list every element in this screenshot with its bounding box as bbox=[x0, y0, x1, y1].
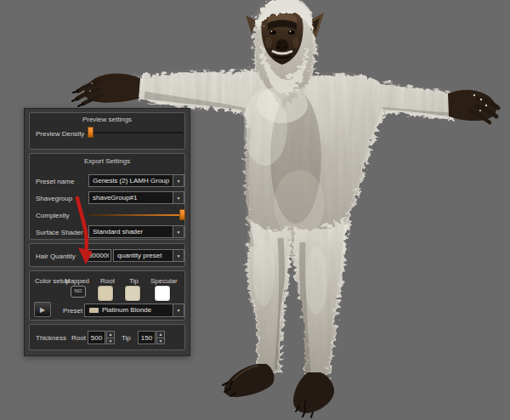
color-setup-group: Color setup Mapped NO Root Tip Specular … bbox=[29, 270, 185, 321]
hair-quantity-input[interactable] bbox=[86, 249, 111, 262]
shavegroup-dropdown[interactable]: shaveGroup#1 ▼ bbox=[88, 191, 184, 204]
spinner-down-icon[interactable]: ▼ bbox=[106, 338, 115, 345]
load-preset-button[interactable]: ▶ bbox=[34, 302, 51, 317]
preview-density-slider[interactable] bbox=[86, 126, 183, 139]
tip-color-swatch[interactable] bbox=[124, 285, 141, 302]
slider-handle[interactable] bbox=[88, 127, 94, 138]
complexity-slider[interactable] bbox=[88, 208, 184, 221]
group-title: Preview settings bbox=[30, 116, 184, 123]
thickness-tip-spinner[interactable]: ▲ ▼ bbox=[138, 331, 165, 344]
hand-right bbox=[448, 90, 498, 122]
specular-color-swatch[interactable] bbox=[154, 285, 171, 302]
complexity-label: Complexity bbox=[36, 212, 70, 219]
slider-track[interactable] bbox=[86, 132, 183, 133]
chevron-down-icon[interactable]: ▼ bbox=[173, 175, 184, 186]
thickness-tip-input[interactable] bbox=[138, 331, 156, 344]
color-preset-dropdown[interactable]: Platinum Blonde ▼ bbox=[84, 304, 184, 317]
root-color-label: Root bbox=[100, 277, 115, 285]
quantity-preset-dropdown[interactable]: quantity preset ▼ bbox=[113, 249, 184, 262]
chevron-down-icon[interactable]: ▼ bbox=[173, 192, 184, 203]
thickness-root-spinner[interactable]: ▲ ▼ bbox=[88, 331, 115, 344]
foot-right bbox=[293, 372, 334, 417]
quantity-preset-value: quantity preset bbox=[114, 250, 173, 261]
export-settings-group: Export Settings Preset name Genesis (2) … bbox=[29, 153, 185, 240]
hair-quantity-label: Hair Quantity bbox=[36, 253, 76, 260]
group-title: Export Settings bbox=[30, 157, 184, 165]
surface-shader-value: Standard shader bbox=[89, 226, 173, 237]
spinner-down-icon[interactable]: ▼ bbox=[156, 338, 165, 345]
tip-color-label: Tip bbox=[129, 277, 139, 285]
root-color-swatch[interactable] bbox=[97, 285, 114, 302]
preset-name-dropdown[interactable]: Genesis (2) LAMH Group ▼ bbox=[88, 174, 184, 187]
foot-left bbox=[223, 364, 275, 397]
thickness-group: Thickness Root ▲ ▼ Tip ▲ ▼ bbox=[29, 324, 185, 350]
color-preset-value: Platinum Blonde bbox=[85, 304, 173, 316]
mapped-toggle-button[interactable]: NO bbox=[71, 286, 86, 298]
thickness-root-input[interactable] bbox=[88, 331, 105, 344]
mapped-label: Mapped bbox=[65, 277, 89, 285]
surface-shader-dropdown[interactable]: Standard shader ▼ bbox=[88, 225, 184, 238]
thickness-tip-label: Tip bbox=[122, 334, 131, 342]
preset-name-label: Preset name bbox=[36, 178, 74, 185]
spinner-up-icon[interactable]: ▲ bbox=[156, 331, 165, 338]
load-preset-icon: ▶ bbox=[40, 306, 45, 314]
preview-settings-group: Preview settings Preview Density bbox=[29, 112, 185, 150]
preset-name-value: Genesis (2) LAMH Group bbox=[89, 175, 173, 186]
preview-density-label: Preview Density bbox=[36, 130, 84, 138]
color-preset-label: Preset bbox=[63, 307, 82, 315]
preset-swatch-icon bbox=[88, 307, 99, 314]
thickness-root-label: Root bbox=[71, 334, 86, 342]
thickness-label: Thickness bbox=[36, 334, 66, 342]
surface-shader-label: Surface Shader bbox=[36, 229, 83, 236]
export-settings-panel: Preview settings Preview Density Export … bbox=[24, 108, 190, 356]
chevron-down-icon[interactable]: ▼ bbox=[173, 226, 184, 237]
specular-color-label: Specular bbox=[150, 277, 178, 285]
shavegroup-label: Shavegroup bbox=[36, 195, 72, 202]
hair-quantity-group: Hair Quantity quantity preset ▼ bbox=[29, 243, 185, 267]
hand-left bbox=[72, 74, 140, 106]
spinner-up-icon[interactable]: ▲ bbox=[106, 331, 115, 338]
chevron-down-icon[interactable]: ▼ bbox=[173, 304, 184, 316]
slider-handle[interactable] bbox=[179, 209, 185, 220]
shavegroup-value: shaveGroup#1 bbox=[89, 192, 173, 203]
chevron-down-icon[interactable]: ▼ bbox=[173, 250, 184, 261]
slider-track[interactable] bbox=[88, 214, 184, 216]
